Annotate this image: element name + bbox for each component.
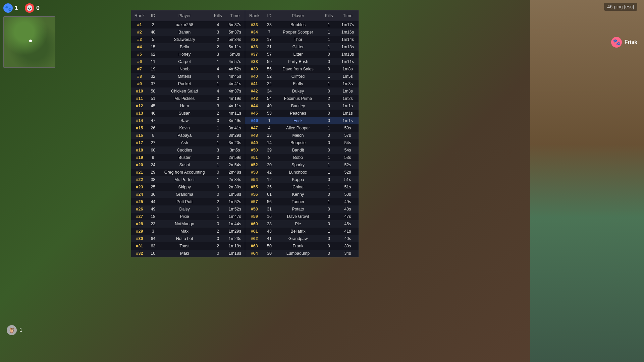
time-cell: 5m11s [225, 43, 245, 51]
kills-cell: 3 [211, 28, 225, 36]
id-cell: 41 [264, 235, 275, 242]
kills-cell: 1 [321, 43, 337, 51]
time-cell: 1m47s [225, 213, 245, 220]
table-row: #4914Boopsie054s [245, 139, 359, 146]
time-cell: 1m3s [337, 80, 359, 87]
rank-cell: #13 [131, 110, 148, 117]
time-cell: 4m52s [225, 65, 245, 73]
kills-cell: 0 [321, 220, 337, 228]
table-row: #166Papaya03m29s [131, 132, 245, 139]
player-cell: Pooper Scooper [275, 28, 321, 36]
id-cell: 11 [148, 58, 158, 65]
table-row: #611Carpet14m57s [131, 58, 245, 65]
time-cell: 4m11s [225, 110, 245, 117]
rank-cell: #31 [131, 242, 148, 250]
id-cell: 47 [148, 117, 158, 124]
rank-cell: #1 [131, 21, 148, 29]
time-cell: 1m44s [225, 220, 245, 228]
id-cell: 63 [148, 242, 158, 250]
player-cell: Chloe [275, 183, 321, 191]
kills-cell: 1 [211, 124, 225, 132]
player-cell: Thor [275, 36, 321, 43]
time-cell: 5m37s [225, 28, 245, 36]
kills-cell: 1 [211, 161, 225, 169]
time-cell: 4m37s [225, 87, 245, 95]
kills-cell: 4 [211, 73, 225, 80]
player-cell: Bobo [275, 154, 321, 161]
kills-cell: 1 [211, 80, 225, 87]
rank-cell: #36 [245, 43, 264, 51]
id-cell: 59 [264, 58, 275, 65]
player-cell: Ham [158, 102, 211, 110]
table-row: #719Noob44m52s [131, 65, 245, 73]
leaderboard-tables: Rank ID Player Kills Time #12oakar25845m… [131, 10, 359, 257]
id-cell: 40 [264, 102, 275, 110]
rank-cell: #44 [245, 102, 264, 110]
id-cell: 27 [148, 139, 158, 146]
table-row: #3064Not a bot01m23s [131, 235, 245, 242]
player-cell: Putt Putt [158, 198, 211, 205]
rank-cell: #6 [131, 58, 148, 65]
table-row: #4440Barkley01m1s [245, 102, 359, 110]
kills-cell: 0 [321, 58, 337, 65]
table-row: #4234Dukey01m3s [245, 87, 359, 95]
player-cell: Ash [158, 139, 211, 146]
time-cell: 1m52s [225, 198, 245, 205]
kills-cell: 0 [321, 51, 337, 58]
time-cell: 2m59s [225, 154, 245, 161]
rank-cell: #32 [131, 250, 148, 257]
kills-cell: 1 [321, 73, 337, 80]
player-cell: Frank [275, 242, 321, 250]
table-row: #3955Dave from Sales01m8s [245, 65, 359, 73]
rank-cell: #42 [245, 87, 264, 95]
id-cell: 39 [264, 146, 275, 154]
player-avatar: 🐾 [611, 37, 622, 48]
id-cell: 34 [264, 87, 275, 95]
player-cell: Bella [158, 43, 211, 51]
id-cell: 29 [148, 169, 158, 176]
id-cell: 23 [148, 220, 158, 228]
kills-cell: 0 [321, 110, 337, 117]
table-row: #3621Glitter11m13s [245, 43, 359, 51]
table-row: #5756Tanner149s [245, 198, 359, 205]
time-cell: 1m3s [337, 87, 359, 95]
table-row: #5916Dave Growl047s [245, 213, 359, 220]
player-cell: Papaya [158, 132, 211, 139]
id-cell: 13 [264, 132, 275, 139]
kills-cell: 4 [211, 65, 225, 73]
time-cell: 47s [337, 213, 359, 220]
table-row: #4813Melon057s [245, 132, 359, 139]
table-row: #347Pooper Scooper11m16s [245, 28, 359, 36]
kills-cell: 1 [321, 124, 337, 132]
kills-cell: 1 [211, 139, 225, 146]
id-cell: 3 [148, 228, 158, 235]
kills-cell: 1 [211, 176, 225, 183]
id-cell: 62 [148, 51, 158, 58]
player-cell: Noob [158, 65, 211, 73]
id-cell: 32 [148, 73, 158, 80]
time-cell: 1m52s [225, 205, 245, 213]
kills-cell: 4 [211, 21, 225, 29]
time-cell: 1m17s [337, 21, 359, 29]
kills-cell: 2 [211, 242, 225, 250]
player-cell: Pocket [158, 80, 211, 87]
kills-cell: 3 [211, 102, 225, 110]
id-cell: 52 [264, 73, 275, 80]
id-cell: 50 [264, 242, 275, 250]
kills-cell: 0 [321, 205, 337, 213]
rank-cell: #52 [245, 161, 264, 169]
time-cell: 1m1s [337, 102, 359, 110]
time-cell: 2m54s [225, 161, 245, 169]
id-cell: 42 [264, 169, 275, 176]
table-row: #474Alice Pooper159s [245, 124, 359, 132]
table-row: #5661Kenny050s [245, 191, 359, 198]
rank-cell: #25 [131, 198, 148, 205]
kills-cell: 0 [211, 132, 225, 139]
id-cell: 20 [264, 161, 275, 169]
kills-cell: 2 [211, 43, 225, 51]
id-cell: 12 [264, 176, 275, 183]
kills-cell: 0 [321, 191, 337, 198]
table-row: #6241Grandpaw040s [245, 235, 359, 242]
rank-cell: #46 [245, 117, 264, 124]
table-row: #2436Grandma01m58s [131, 191, 245, 198]
